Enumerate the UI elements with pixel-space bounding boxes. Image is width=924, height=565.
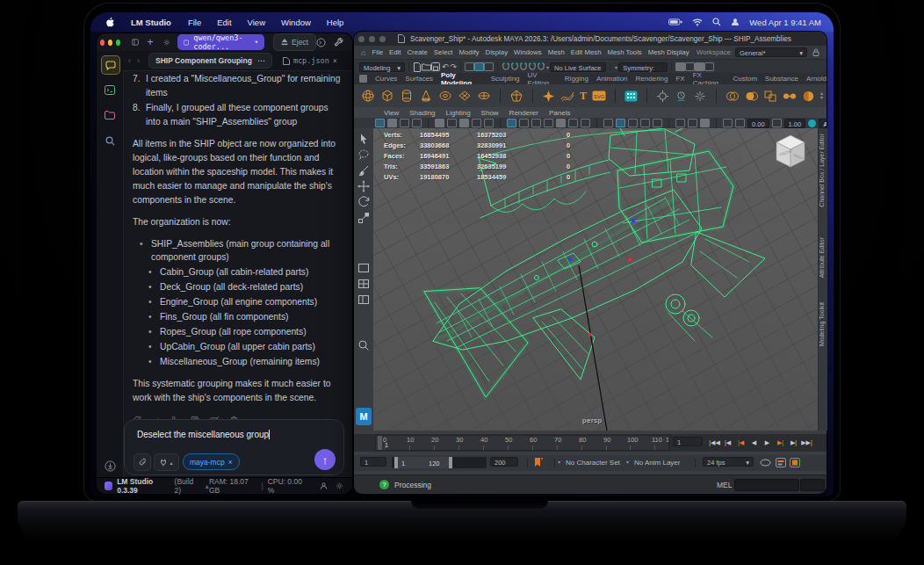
shelf-menu-icon[interactable]	[359, 75, 367, 83]
step-forward-frame-button[interactable]: ▶|	[787, 436, 800, 449]
step-back-frame-button[interactable]: |◀	[721, 436, 734, 449]
viewport-toolbar-icon[interactable]	[675, 119, 685, 127]
menubar-item-edit[interactable]: Edit	[217, 18, 231, 27]
zoom-window-button[interactable]	[116, 40, 120, 46]
svg-tool-icon[interactable]: SVG	[592, 91, 606, 101]
shelf-tab-animation[interactable]: Animation	[596, 75, 628, 83]
menu-mesh-display[interactable]: Mesh Display	[648, 48, 689, 56]
viewport-persp[interactable]: Verts:16854495163752030 Edges:3380366832…	[373, 128, 818, 431]
command-line-label[interactable]: MEL	[717, 481, 732, 489]
select-tool-icon[interactable]	[357, 133, 370, 145]
apple-menu-icon[interactable]	[97, 17, 115, 28]
viewport-toolbar-icon[interactable]	[653, 119, 662, 127]
remove-mcp-icon[interactable]: ×	[228, 458, 233, 467]
command-line-input[interactable]	[734, 479, 799, 491]
poly-tools-grid-icon[interactable]	[624, 91, 638, 102]
viewport-toolbar-icon[interactable]	[519, 119, 529, 127]
tab-menu-icon[interactable]: ⋯	[257, 56, 265, 65]
menubar-item-window[interactable]: Window	[281, 18, 311, 27]
sidebar-item-models[interactable]	[101, 106, 119, 124]
caret-down-icon[interactable]: ▾	[626, 459, 629, 465]
shelf-tab-surfaces[interactable]: Surfaces	[405, 75, 433, 83]
viewport-toolbar-icon[interactable]	[447, 119, 457, 127]
colorspace-field[interactable]: ACES	[819, 119, 827, 128]
panel-menu-panels[interactable]: Panels	[549, 109, 570, 117]
close-window-button[interactable]	[358, 36, 365, 42]
download-status-button[interactable]	[101, 457, 119, 474]
spotlight-search-icon[interactable]	[712, 18, 721, 26]
combine-icon[interactable]	[764, 91, 777, 102]
statusline-right-icon[interactable]	[695, 62, 704, 71]
wifi-icon[interactable]	[692, 18, 703, 26]
zoom-window-button[interactable]	[379, 36, 386, 42]
statusline-right-icon[interactable]	[685, 62, 695, 71]
move-tool-icon[interactable]	[357, 180, 370, 192]
menu-edit[interactable]: Edit	[389, 48, 401, 56]
range-slider[interactable]: 1 120	[392, 457, 487, 468]
panel-menu-view[interactable]: View	[384, 109, 399, 117]
sidebar-item-discover[interactable]	[101, 132, 119, 149]
sidebar-item-chat[interactable]	[101, 55, 120, 75]
menubar-item-help[interactable]: Help	[327, 18, 344, 27]
snap-point-icon[interactable]	[484, 62, 494, 71]
viewport-toolbar-icon[interactable]	[375, 119, 385, 127]
curve-tool-icon[interactable]	[560, 90, 574, 102]
timeline-track[interactable]: 1 0 10 20 30 40 50 60 70 80 90 100 110 1…	[375, 435, 669, 451]
zoom-tool-icon[interactable]	[357, 339, 370, 351]
panel-menu-show[interactable]: Show	[481, 109, 499, 117]
undo-icon[interactable]: ↶	[442, 62, 449, 71]
chat-input[interactable]: Deselect the miscellaneous group ▴ maya-…	[124, 419, 344, 475]
menu-display[interactable]: Display	[486, 48, 509, 56]
open-scene-icon[interactable]	[422, 62, 431, 71]
user-icon[interactable]	[320, 482, 328, 490]
magnet-curve-icon[interactable]	[510, 62, 519, 71]
workspace-dropdown[interactable]: General*▾	[735, 47, 807, 57]
viewport-toolbar-icon[interactable]	[387, 119, 397, 127]
super-shape-icon[interactable]	[542, 90, 555, 103]
live-surface-field[interactable]: No Live Surface	[550, 62, 606, 72]
send-button[interactable]: ↑	[314, 449, 336, 470]
magnet-grid-icon[interactable]	[502, 62, 510, 71]
caret-down-icon[interactable]: ▾	[615, 64, 617, 70]
lock-icon[interactable]	[812, 48, 819, 56]
shelf-tab-curves[interactable]: Curves	[375, 75, 397, 83]
statusline-right-icon[interactable]	[704, 62, 714, 71]
shelf-tab-custom[interactable]: Custom	[733, 75, 758, 83]
smooth-mesh-icon[interactable]	[802, 90, 815, 103]
step-forward-key-button[interactable]: ▶|	[774, 436, 787, 449]
shelf-tab-uv-editing[interactable]: UV Editing	[528, 73, 557, 84]
tab-channel-box[interactable]: Channel Box / Layer Editor	[819, 134, 827, 207]
polyCylinder-icon[interactable]	[400, 89, 414, 103]
viewport-toolbar-icon[interactable]	[603, 119, 613, 127]
layout-four-panes-icon[interactable]	[357, 278, 370, 290]
play-forwards-button[interactable]: ▶	[761, 436, 774, 449]
time-slider[interactable]: 1 0 10 20 30 40 50 60 70 80 90 100 110 1…	[354, 434, 827, 452]
snap-grid-icon[interactable]	[465, 62, 474, 71]
type-tool-icon[interactable]: T	[580, 90, 587, 103]
minimize-window-button[interactable]	[369, 36, 375, 42]
viewport-toolbar-icon[interactable]	[472, 119, 481, 127]
caret-down-icon[interactable]: ▾	[546, 64, 549, 70]
mcp-tools-button[interactable]: ▴	[154, 453, 179, 471]
selection-handle-blue[interactable]	[568, 257, 572, 261]
nav-back-button[interactable]: ‹	[128, 56, 131, 65]
polyCone-icon[interactable]	[419, 89, 433, 103]
tab-modeling-toolkit[interactable]: Modeling Toolkit	[819, 302, 827, 346]
scale-tool-icon[interactable]	[357, 212, 370, 224]
menu-modify[interactable]: Modify	[459, 48, 480, 56]
playback-end-field[interactable]: 200	[490, 457, 518, 467]
new-chat-button[interactable]: +	[148, 38, 154, 47]
menubar-item-file[interactable]: File	[188, 18, 201, 27]
shelf-tab-substance[interactable]: Substance	[765, 75, 798, 83]
viewport-toolbar-icon[interactable]	[531, 119, 541, 127]
eject-model-button[interactable]: Eject	[273, 33, 316, 51]
construction-plane-icon[interactable]	[656, 90, 669, 103]
tab-chat[interactable]: SHIP Component Grouping ⋯	[148, 53, 272, 69]
battery-icon[interactable]	[668, 18, 682, 25]
home-icon[interactable]: ⌂	[361, 48, 365, 57]
viewport-toolbar-icon[interactable]	[700, 119, 710, 127]
boolean-difference-icon[interactable]	[745, 91, 759, 102]
gamma-field[interactable]: 1.00	[784, 119, 806, 128]
polyTorus-icon[interactable]	[438, 89, 452, 103]
gear-icon[interactable]	[336, 482, 343, 490]
